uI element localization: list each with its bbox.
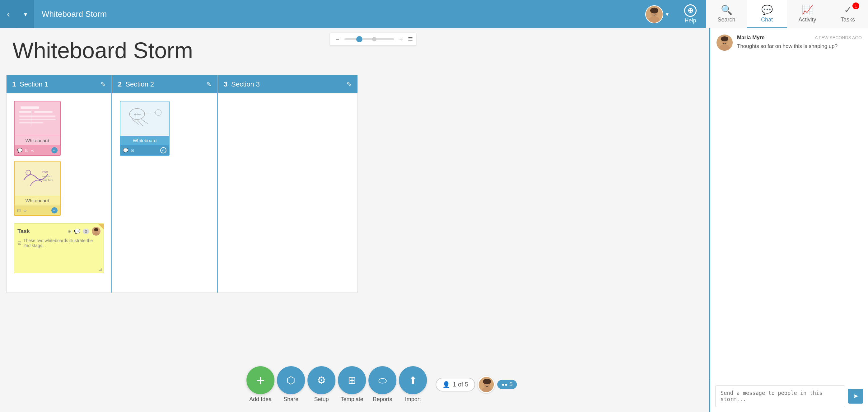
section-2-title: Section 2 [125,80,206,88]
reports-button[interactable]: ⬭ Reports [368,366,396,403]
section-2-edit-icon[interactable]: ✎ [206,81,212,88]
section-1-content: Whiteboard 💬 ⊡ ∞ ✓ [6,93,112,293]
svg-text:define: define [134,113,141,116]
section-1-number: 1 [12,80,16,88]
check-button-blue[interactable]: ✓ [160,147,166,153]
zoom-thumb-active [356,36,363,42]
copy-icon[interactable]: ⊡ [25,148,29,153]
chat-msg-content: Maria Myre A FEW SECONDS AGO Thoughts so… [737,34,862,51]
whiteboard-card-pink[interactable]: Whiteboard 💬 ⊡ ∞ ✓ [14,101,61,156]
zoom-slider[interactable] [344,38,394,40]
chat-msg-header: Maria Myre A FEW SECONDS AGO [737,34,862,41]
wb-card-footer-pink: 💬 ⊡ ∞ ✓ [14,145,60,155]
canvas-area[interactable]: Whiteboard Storm − + ☰ 1 Section 1 ✎ [0,28,709,412]
comment-icon[interactable]: 💬 [17,148,22,153]
dropdown-arrow-icon: ▾ [24,10,27,18]
link-icon-y[interactable]: ∞ [23,208,26,213]
import-icon: ⬆ [399,366,427,394]
import-button[interactable]: ⬆ Import [399,366,427,403]
help-label: Help [684,18,696,24]
task-count-badge: 0 [83,229,89,234]
check-button-pink[interactable]: ✓ [51,147,58,153]
chat-message: Maria Myre A FEW SECONDS AGO Thoughts so… [716,34,862,51]
chat-tab-label: Chat [761,17,773,23]
comment-icon-blue[interactable]: 💬 [123,148,128,153]
whiteboard-preview-pink [14,101,60,136]
task-body: ☑ These two whiteboards illustrate the 2… [18,238,100,248]
section-3-edit-icon[interactable]: ✎ [347,81,352,88]
template-button[interactable]: ⊞ Template [338,366,366,403]
help-icon: ⊕ [684,4,696,17]
search-tab-label: Search [717,17,735,23]
tasks-icon: ✓ [844,4,852,15]
tab-chat[interactable]: 💬 Chat [747,0,787,28]
user-avatar-small[interactable] [477,376,495,393]
avatar [645,5,663,23]
whiteboard-card-blue[interactable]: define → → Whiteboard [120,101,169,156]
nav-title: Whiteboard Storm [34,9,639,19]
task-body-check: ☑ These two whiteboards illustrate the 2… [18,238,100,248]
svg-rect-26 [120,102,169,135]
svg-text:→: → [153,111,155,114]
svg-point-37 [483,379,491,384]
avatar-chevron-icon: ▾ [666,11,669,18]
task-label: Task [18,228,30,235]
nav-dropdown-button[interactable]: ▾ [17,0,34,28]
top-nav: ‹ ▾ Whiteboard Storm ▾ ⊕ Help [0,0,868,28]
zoom-thumb-secondary [372,37,376,41]
share-label: Share [283,396,298,403]
whiteboard-card-yellow[interactable]: Type some text more here ○ Whiteboard ⊡ … [14,161,61,216]
wb-card-label-blue: Whiteboard [120,136,169,145]
section-1: 1 Section 1 ✎ [6,75,112,293]
user-count-pill[interactable]: 👤 1 of 5 [436,378,475,391]
svg-rect-11 [19,119,56,120]
link-icon[interactable]: ∞ [31,148,34,153]
nav-back-button[interactable]: ‹ [0,0,17,28]
zoom-in-button[interactable]: + [397,35,405,43]
tasks-tab-label: Tasks [841,17,855,23]
svg-rect-9 [34,111,52,113]
task-corner-fold [98,224,103,229]
user-icon: 👤 [442,381,450,388]
check-button-yellow[interactable]: ✓ [51,207,58,213]
svg-rect-7 [21,107,38,109]
chat-msg-time: A FEW SECONDS AGO [815,35,862,40]
task-comment-icon[interactable]: 💬 [74,228,80,234]
help-button[interactable]: ⊕ Help [675,4,706,24]
copy-icon-y[interactable]: ⊡ [17,208,21,213]
tab-search[interactable]: 🔍 Search [706,0,747,28]
whiteboard-preview-yellow: Type some text more here ○ [14,161,60,196]
user-avatar-button[interactable]: ▾ [639,5,675,23]
copy-icon-blue[interactable]: ⊡ [131,148,134,153]
wb-card-footer-blue: 💬 ⊡ ✓ [120,145,169,155]
task-body-text: These two whiteboards illustrate the 2nd… [23,238,100,248]
wb-card-label-yellow: Whiteboard [14,196,60,205]
task-resize-handle[interactable]: ⊿ [99,267,102,272]
setup-button[interactable]: ⚙ Setup [307,366,335,403]
online-users-badge[interactable]: ●● 5 [497,380,517,389]
import-label: Import [405,396,421,403]
wb-card-label-pink: Whiteboard [14,136,60,145]
svg-rect-10 [19,115,56,117]
section-2-header: 2 Section 2 ✎ [112,75,217,93]
sections-container: 1 Section 1 ✎ [6,75,358,293]
section-2-number: 2 [118,80,122,88]
tab-activity[interactable]: 📈 Activity [787,0,828,28]
chat-input[interactable] [715,385,845,407]
chat-messages: Maria Myre A FEW SECONDS AGO Thoughts so… [710,28,868,380]
tab-tasks[interactable]: 1 ✓ Tasks [828,0,868,28]
chat-send-button[interactable]: ➤ [848,389,863,404]
zoom-out-button[interactable]: − [333,35,342,43]
share-button[interactable]: ⬡ Share [277,366,305,403]
svg-point-25 [94,228,98,231]
add-idea-button[interactable]: + Add Idea [246,366,274,403]
layers-icon[interactable]: ⊞ [67,228,71,234]
svg-rect-8 [19,111,31,113]
chat-user-name: Maria Myre [737,34,765,41]
section-1-edit-icon[interactable]: ✎ [100,81,106,88]
section-3-number: 3 [224,80,227,88]
activity-icon: 📈 [802,4,813,15]
align-button[interactable]: ☰ [408,36,413,42]
chat-input-area: ➤ [710,380,868,412]
add-idea-label: Add Idea [249,396,272,403]
